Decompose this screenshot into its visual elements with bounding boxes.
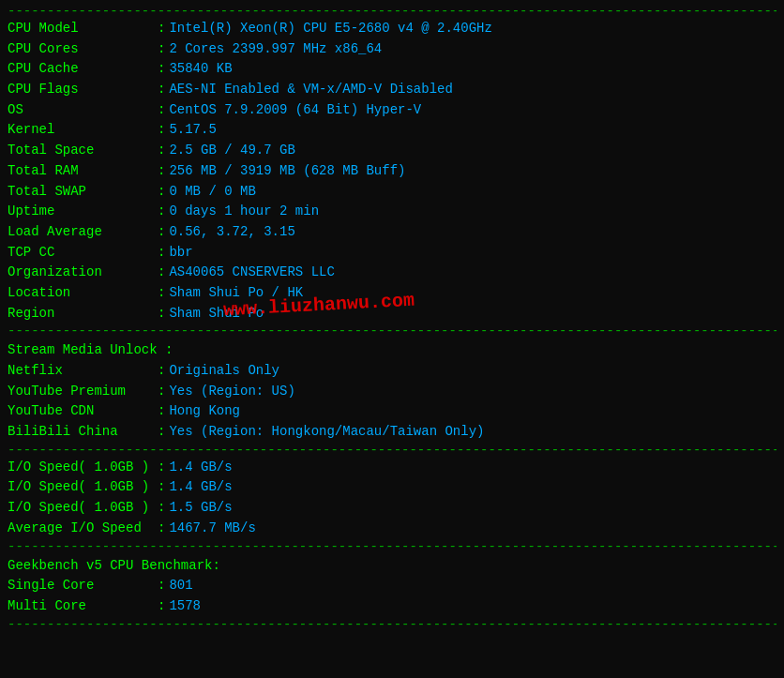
row-value: Originals Only — [169, 361, 279, 382]
row-colon: : — [158, 283, 165, 304]
row-label: Region — [8, 304, 158, 324]
row-value: 0.56, 3.72, 3.15 — [169, 222, 294, 243]
row-value: CentOS 7.9.2009 (64 Bit) Hyper-V — [169, 100, 421, 121]
row-colon: : — [158, 141, 165, 161]
row-colon: : — [158, 243, 165, 264]
table-row: I/O Speed( 1.0GB ) : 1.5 GB/s — [8, 498, 776, 519]
table-row: YouTube CDN : Hong Kong — [8, 401, 776, 422]
table-row: CPU Cache : 35840 KB — [8, 59, 776, 80]
geekbench-header-row: Geekbench v5 CPU Benchmark: — [8, 554, 776, 577]
table-row: Netflix : Originals Only — [8, 361, 776, 382]
row-value: 1467.7 MB/s — [169, 519, 255, 539]
row-label: Average I/O Speed — [8, 519, 158, 539]
table-row: CPU Model : Intel(R) Xeon(R) CPU E5-2680… — [8, 19, 776, 39]
row-value: AES-NI Enabled & VM-x/AMD-V Disabled — [169, 80, 452, 100]
table-row: Load Average : 0.56, 3.72, 3.15 — [8, 222, 776, 243]
row-colon: : — [158, 80, 165, 100]
stream-header-row: Stream Media Unlock : — [8, 339, 776, 361]
row-value: Yes (Region: Hongkong/Macau/Taiwan Only) — [169, 422, 484, 443]
row-label: Single Core — [8, 576, 158, 596]
stream-media-section: Netflix : Originals OnlyYouTube Premium … — [8, 361, 776, 443]
row-colon: : — [158, 498, 165, 519]
row-colon: : — [158, 422, 165, 443]
row-value: 2 Cores 2399.997 MHz x86_64 — [169, 39, 382, 60]
row-value: Intel(R) Xeon(R) CPU E5-2680 v4 @ 2.40GH… — [169, 19, 491, 39]
row-colon: : — [158, 100, 165, 121]
row-value: AS40065 CNSERVERS LLC — [169, 263, 334, 283]
table-row: YouTube Premium : Yes (Region: US) — [8, 382, 776, 402]
table-row: CPU Flags : AES-NI Enabled & VM-x/AMD-V … — [8, 80, 776, 100]
row-label: YouTube CDN — [8, 401, 158, 422]
row-colon: : — [158, 222, 165, 243]
table-row: Kernel : 5.17.5 — [8, 120, 776, 141]
row-label: Total RAM — [8, 161, 158, 182]
row-label: Netflix — [8, 361, 158, 382]
row-label: CPU Model — [8, 19, 158, 39]
row-label: Location — [8, 283, 158, 304]
table-row: CPU Cores : 2 Cores 2399.997 MHz x86_64 — [8, 39, 776, 60]
row-value: 1.4 GB/s — [169, 458, 232, 478]
row-colon: : — [158, 304, 165, 324]
table-row: OS : CentOS 7.9.2009 (64 Bit) Hyper-V — [8, 100, 776, 121]
stream-header-label: Stream Media Unlock : — [8, 340, 173, 361]
row-label: TCP CC — [8, 243, 158, 264]
divider-4: ----------------------------------------… — [8, 539, 776, 554]
row-value: 1.4 GB/s — [169, 477, 232, 498]
row-label: CPU Flags — [8, 80, 158, 100]
row-colon: : — [158, 576, 165, 596]
row-label: BiliBili China — [8, 422, 158, 443]
row-colon: : — [158, 596, 165, 617]
table-row: Single Core : 801 — [8, 576, 776, 596]
row-label: CPU Cache — [8, 59, 158, 80]
geekbench-header-label: Geekbench v5 CPU Benchmark: — [8, 556, 220, 577]
table-row: Total Space : 2.5 GB / 49.7 GB — [8, 141, 776, 161]
row-label: Total SWAP — [8, 182, 158, 203]
row-colon: : — [158, 263, 165, 283]
row-label: CPU Cores — [8, 39, 158, 60]
row-value: 1578 — [169, 596, 201, 617]
row-colon: : — [158, 161, 165, 182]
row-label: YouTube Premium — [8, 382, 158, 402]
row-label: Multi Core — [8, 596, 158, 617]
table-row: Multi Core : 1578 — [8, 596, 776, 617]
row-label: OS — [8, 100, 158, 121]
system-info-section: CPU Model : Intel(R) Xeon(R) CPU E5-2680… — [8, 19, 776, 324]
divider-bottom: ----------------------------------------… — [8, 617, 776, 632]
row-colon: : — [158, 519, 165, 539]
table-row: TCP CC : bbr — [8, 243, 776, 264]
row-value: 35840 KB — [169, 59, 232, 80]
row-colon: : — [158, 401, 165, 422]
row-value: 0 MB / 0 MB — [169, 182, 255, 203]
row-colon: : — [158, 458, 165, 478]
table-row: BiliBili China : Yes (Region: Hongkong/M… — [8, 422, 776, 443]
row-label: I/O Speed( 1.0GB ) — [8, 498, 158, 519]
table-row: I/O Speed( 1.0GB ) : 1.4 GB/s — [8, 458, 776, 478]
row-colon: : — [158, 382, 165, 402]
row-value: 256 MB / 3919 MB (628 MB Buff) — [169, 161, 405, 182]
row-label: I/O Speed( 1.0GB ) — [8, 477, 158, 498]
row-colon: : — [158, 361, 165, 382]
row-colon: : — [158, 477, 165, 498]
row-label: Uptime — [8, 202, 158, 222]
table-row: Average I/O Speed : 1467.7 MB/s — [8, 519, 776, 539]
io-speed-section: I/O Speed( 1.0GB ) : 1.4 GB/sI/O Speed( … — [8, 458, 776, 539]
divider-top: ----------------------------------------… — [8, 4, 776, 19]
row-label: Total Space — [8, 141, 158, 161]
row-value: 801 — [169, 576, 192, 596]
table-row: Total RAM : 256 MB / 3919 MB (628 MB Buf… — [8, 161, 776, 182]
table-row: Uptime : 0 days 1 hour 2 min — [8, 202, 776, 222]
row-value: bbr — [169, 243, 192, 264]
row-colon: : — [158, 120, 165, 141]
row-value: 5.17.5 — [169, 120, 216, 141]
table-row: I/O Speed( 1.0GB ) : 1.4 GB/s — [8, 477, 776, 498]
table-row: Total SWAP : 0 MB / 0 MB — [8, 182, 776, 203]
table-row: Organization : AS40065 CNSERVERS LLC — [8, 263, 776, 283]
row-value: 0 days 1 hour 2 min — [169, 202, 319, 222]
row-value: 2.5 GB / 49.7 GB — [169, 141, 294, 161]
row-colon: : — [158, 59, 165, 80]
row-label: Kernel — [8, 120, 158, 141]
geekbench-section: Single Core : 801 Multi Core : 1578 — [8, 576, 776, 616]
row-label: Load Average — [8, 222, 158, 243]
divider-3: ----------------------------------------… — [8, 443, 776, 458]
row-colon: : — [158, 39, 165, 60]
